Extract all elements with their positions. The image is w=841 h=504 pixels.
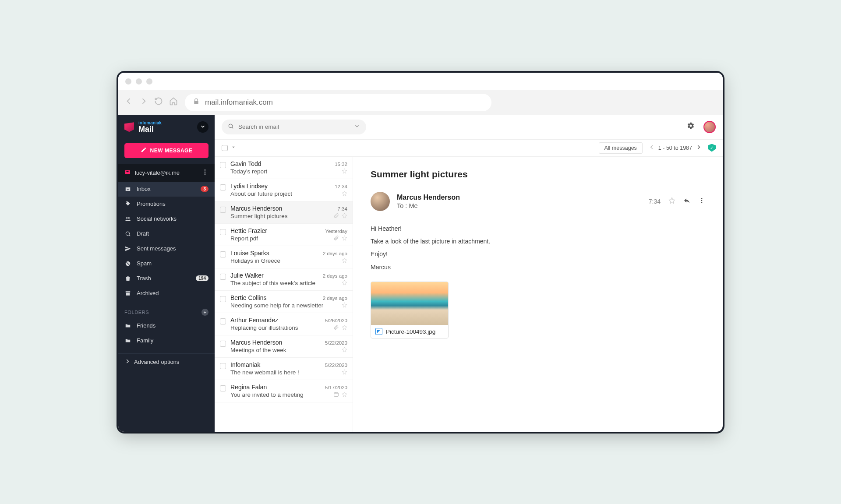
email-item[interactable]: Hettie FrazierYesterday Report.pdf bbox=[215, 224, 353, 246]
nav-item-trash[interactable]: Trash 194 bbox=[118, 271, 215, 286]
nav-label: Sent messages bbox=[137, 245, 208, 252]
add-folder-button[interactable]: + bbox=[201, 309, 208, 316]
page-next-icon[interactable] bbox=[696, 144, 702, 152]
nav-item-social-networks[interactable]: Social networks bbox=[118, 211, 215, 226]
search-dropdown-icon[interactable] bbox=[354, 123, 360, 130]
window-max-dot[interactable] bbox=[146, 78, 152, 85]
star-icon[interactable] bbox=[342, 190, 347, 197]
nav-item-draft[interactable]: Draft bbox=[118, 226, 215, 241]
select-dropdown-icon[interactable] bbox=[230, 144, 237, 152]
email-from: Louise Sparks bbox=[230, 250, 269, 257]
folder-item[interactable]: Friends bbox=[118, 318, 215, 333]
email-subject: Meetings of the week bbox=[230, 347, 286, 353]
home-icon[interactable] bbox=[169, 97, 178, 108]
svg-point-5 bbox=[126, 232, 129, 235]
reload-icon[interactable] bbox=[154, 97, 163, 108]
star-icon[interactable] bbox=[342, 280, 347, 287]
email-item[interactable]: Lydia Lindsey12:34 About our future proj… bbox=[215, 179, 353, 201]
email-checkbox[interactable] bbox=[220, 363, 226, 369]
nav-item-inbox[interactable]: Inbox 3 bbox=[118, 182, 215, 197]
star-icon[interactable] bbox=[342, 302, 347, 309]
mail-app: infomaniak Mail NEW MESSAGE lucy-vitale@… bbox=[118, 115, 723, 432]
nav-item-spam[interactable]: Spam bbox=[118, 256, 215, 271]
email-checkbox[interactable] bbox=[220, 274, 226, 280]
email-item[interactable]: Regina Falan5/17/2020 You are invited to… bbox=[215, 380, 353, 402]
window-min-dot[interactable] bbox=[136, 78, 142, 85]
email-item[interactable]: Louise Sparks2 days ago Holidays in Gree… bbox=[215, 246, 353, 268]
star-icon[interactable] bbox=[342, 324, 347, 331]
people-icon bbox=[124, 215, 131, 222]
star-icon[interactable] bbox=[668, 197, 675, 206]
search-input[interactable] bbox=[238, 123, 350, 130]
nav-item-archived[interactable]: Archived bbox=[118, 286, 215, 301]
forward-icon[interactable] bbox=[139, 97, 148, 108]
list-controls: All messages 1 - 50 to 1987 bbox=[215, 139, 723, 157]
reader-from: Marcus Henderson bbox=[397, 194, 460, 201]
account-row[interactable]: lucy-vitale@ik.me bbox=[118, 164, 215, 182]
compose-button[interactable]: NEW MESSAGE bbox=[124, 143, 208, 158]
reader-to: To : Me bbox=[397, 202, 460, 209]
email-item[interactable]: Infomaniak5/22/2020 The new webmail is h… bbox=[215, 358, 353, 380]
folder-item[interactable]: Family bbox=[118, 333, 215, 348]
email-from: Hettie Frazier bbox=[230, 227, 267, 234]
reader-body-line: Hi Heather! bbox=[371, 222, 705, 235]
url-bar[interactable]: mail.infomaniak.com bbox=[185, 94, 491, 111]
email-checkbox[interactable] bbox=[220, 207, 226, 213]
svg-point-1 bbox=[205, 172, 206, 173]
nav-item-promotions[interactable]: Promotions bbox=[118, 197, 215, 211]
email-checkbox[interactable] bbox=[220, 184, 226, 190]
back-icon[interactable] bbox=[124, 97, 133, 108]
settings-icon[interactable] bbox=[687, 122, 695, 132]
window-titlebar bbox=[118, 73, 723, 90]
account-more-icon[interactable] bbox=[201, 169, 208, 177]
filter-all-messages[interactable]: All messages bbox=[599, 142, 643, 154]
reader-header: Marcus Henderson To : Me 7:34 bbox=[371, 192, 705, 211]
star-icon[interactable] bbox=[342, 369, 347, 376]
brand-dropdown[interactable] bbox=[197, 121, 208, 133]
nav-label: Spam bbox=[137, 260, 208, 267]
nav-badge: 194 bbox=[196, 275, 208, 281]
email-from: Arthur Fernandez bbox=[230, 317, 278, 324]
email-item[interactable]: Gavin Todd15:32 Today's report bbox=[215, 157, 353, 179]
email-checkbox[interactable] bbox=[220, 296, 226, 302]
select-all-checkbox[interactable] bbox=[222, 145, 228, 151]
email-item[interactable]: Arthur Fernandez5/26/2020 Replacing our … bbox=[215, 313, 353, 335]
send-icon bbox=[124, 245, 131, 252]
email-time: 2 days ago bbox=[323, 296, 347, 301]
email-checkbox[interactable] bbox=[220, 229, 226, 235]
email-time: 5/22/2020 bbox=[325, 363, 347, 368]
chevron-right-icon bbox=[124, 358, 131, 366]
svg-point-4 bbox=[128, 217, 130, 219]
attachment-card[interactable]: Picture-100493.jpg bbox=[371, 282, 449, 338]
star-icon[interactable] bbox=[342, 347, 347, 354]
email-checkbox[interactable] bbox=[220, 251, 226, 257]
search-box[interactable] bbox=[222, 120, 366, 134]
sidebar: infomaniak Mail NEW MESSAGE lucy-vitale@… bbox=[118, 115, 215, 432]
attachment-name: Picture-100493.jpg bbox=[386, 328, 435, 335]
email-item[interactable]: Bertie Collins2 days ago Needing some he… bbox=[215, 291, 353, 313]
email-item[interactable]: Julie Walker2 days ago The subject of th… bbox=[215, 268, 353, 291]
email-checkbox[interactable] bbox=[220, 162, 226, 168]
star-icon[interactable] bbox=[342, 257, 347, 264]
security-shield-icon[interactable] bbox=[708, 144, 716, 152]
star-icon[interactable] bbox=[342, 391, 347, 398]
advanced-options[interactable]: Advanced options bbox=[118, 353, 215, 370]
svg-rect-8 bbox=[334, 392, 339, 396]
page-range: 1 - 50 to 1987 bbox=[658, 145, 692, 151]
nav-item-sent-messages[interactable]: Sent messages bbox=[118, 241, 215, 256]
email-checkbox[interactable] bbox=[220, 385, 226, 391]
window-close-dot[interactable] bbox=[125, 78, 131, 85]
star-icon[interactable] bbox=[342, 168, 347, 175]
pager: 1 - 50 to 1987 bbox=[649, 144, 702, 152]
profile-avatar[interactable] bbox=[703, 121, 716, 133]
email-checkbox[interactable] bbox=[220, 318, 226, 324]
chevron-down-icon bbox=[200, 123, 206, 131]
email-checkbox[interactable] bbox=[220, 341, 226, 347]
email-item[interactable]: Marcus Henderson5/22/2020 Meetings of th… bbox=[215, 335, 353, 358]
reply-icon[interactable] bbox=[683, 197, 690, 206]
star-icon[interactable] bbox=[342, 235, 347, 242]
star-icon[interactable] bbox=[342, 213, 347, 220]
email-item[interactable]: Marcus Henderson7:34 Summer light pictur… bbox=[215, 201, 353, 224]
page-prev-icon[interactable] bbox=[649, 144, 655, 152]
reader-more-icon[interactable] bbox=[698, 197, 705, 206]
